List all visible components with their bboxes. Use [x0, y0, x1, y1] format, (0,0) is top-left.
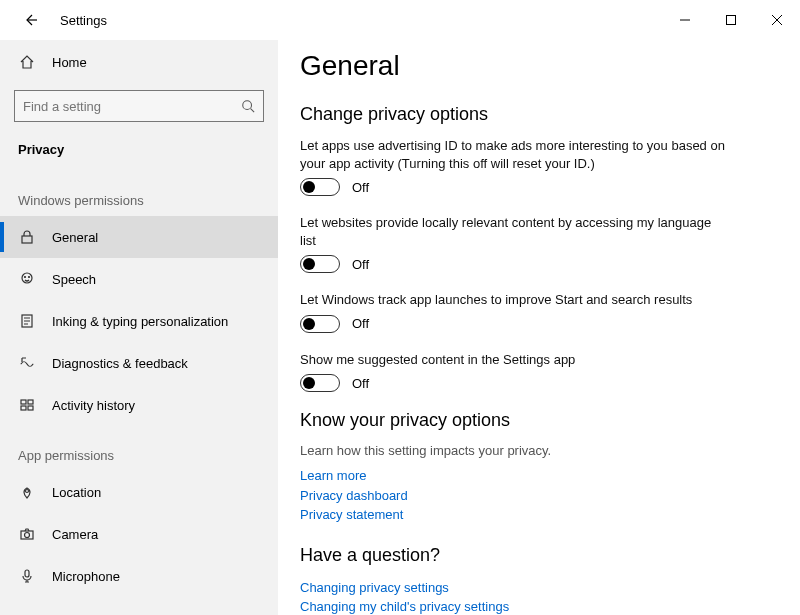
sidebar: Home Privacy Windows permissions General…: [0, 40, 278, 615]
setting-advertising-id: Let apps use advertising ID to make ads …: [300, 137, 778, 196]
nav-item-speech[interactable]: Speech: [0, 258, 278, 300]
nav-label: Activity history: [52, 398, 135, 413]
section-privacy-options: Change privacy options: [300, 104, 778, 125]
question-links: Changing privacy settings Changing my ch…: [300, 578, 778, 615]
nav-item-inking[interactable]: Inking & typing personalization: [0, 300, 278, 342]
svg-point-13: [25, 533, 30, 538]
home-label: Home: [52, 55, 87, 70]
setting-language-list: Let websites provide locally relevant co…: [300, 214, 778, 273]
nav-label: Location: [52, 485, 101, 500]
link-change-privacy[interactable]: Changing privacy settings: [300, 578, 778, 598]
maximize-button[interactable]: [708, 4, 754, 36]
link-learn-more[interactable]: Learn more: [300, 466, 778, 486]
back-button[interactable]: [18, 8, 42, 32]
diagnostics-icon: [18, 354, 36, 372]
nav-label: Camera: [52, 527, 98, 542]
setting-app-launches: Let Windows track app launches to improv…: [300, 291, 778, 333]
svg-rect-10: [28, 406, 33, 410]
main-panel: General Change privacy options Let apps …: [278, 40, 800, 615]
setting-desc: Let Windows track app launches to improv…: [300, 291, 730, 309]
setting-desc: Show me suggested content in the Setting…: [300, 351, 730, 369]
section-heading: Privacy: [0, 128, 278, 171]
nav-label: General: [52, 230, 98, 245]
titlebar: Settings: [0, 0, 800, 40]
search-input[interactable]: [23, 99, 241, 114]
nav-label: Microphone: [52, 569, 120, 584]
page-title: General: [300, 50, 778, 82]
toggle-app-launches[interactable]: [300, 315, 340, 333]
toggle-advertising-id[interactable]: [300, 178, 340, 196]
nav-item-activity[interactable]: Activity history: [0, 384, 278, 426]
nav-item-general[interactable]: General: [0, 216, 278, 258]
svg-rect-14: [25, 570, 29, 577]
window-title: Settings: [60, 13, 107, 28]
toggle-language-list[interactable]: [300, 255, 340, 273]
home-button[interactable]: Home: [0, 44, 278, 80]
home-icon: [18, 53, 36, 71]
svg-point-5: [29, 277, 30, 278]
camera-icon: [18, 525, 36, 543]
speech-icon: [18, 270, 36, 288]
toggle-state: Off: [352, 316, 369, 331]
nav-item-camera[interactable]: Camera: [0, 513, 278, 555]
nav-item-diagnostics[interactable]: Diagnostics & feedback: [0, 342, 278, 384]
activity-icon: [18, 396, 36, 414]
search-icon: [241, 99, 255, 113]
toggle-state: Off: [352, 257, 369, 272]
setting-suggested-content: Show me suggested content in the Setting…: [300, 351, 778, 393]
svg-point-11: [26, 490, 29, 493]
search-box[interactable]: [14, 90, 264, 122]
lock-icon: [18, 228, 36, 246]
microphone-icon: [18, 567, 36, 585]
svg-rect-8: [28, 400, 33, 404]
toggle-suggested-content[interactable]: [300, 374, 340, 392]
svg-point-1: [243, 101, 252, 110]
nav-label: Inking & typing personalization: [52, 314, 228, 329]
link-privacy-dashboard[interactable]: Privacy dashboard: [300, 486, 778, 506]
svg-rect-2: [22, 236, 32, 243]
link-privacy-statement[interactable]: Privacy statement: [300, 505, 778, 525]
minimize-button[interactable]: [662, 4, 708, 36]
location-icon: [18, 483, 36, 501]
link-change-child-privacy[interactable]: Changing my child's privacy settings: [300, 597, 778, 615]
setting-desc: Let websites provide locally relevant co…: [300, 214, 730, 249]
svg-rect-0: [727, 16, 736, 25]
setting-desc: Let apps use advertising ID to make ads …: [300, 137, 730, 172]
group-header-windows: Windows permissions: [0, 171, 278, 216]
nav-label: Diagnostics & feedback: [52, 356, 188, 371]
caption-buttons: [662, 4, 800, 36]
svg-rect-7: [21, 400, 26, 404]
toggle-state: Off: [352, 376, 369, 391]
know-links: Learn more Privacy dashboard Privacy sta…: [300, 466, 778, 525]
toggle-state: Off: [352, 180, 369, 195]
section-know-privacy: Know your privacy options: [300, 410, 778, 431]
nav-label: Speech: [52, 272, 96, 287]
close-button[interactable]: [754, 4, 800, 36]
section-have-question: Have a question?: [300, 545, 778, 566]
svg-point-4: [25, 277, 26, 278]
group-header-app: App permissions: [0, 426, 278, 471]
nav-item-location[interactable]: Location: [0, 471, 278, 513]
know-privacy-subtext: Learn how this setting impacts your priv…: [300, 443, 778, 458]
nav-item-microphone[interactable]: Microphone: [0, 555, 278, 597]
inking-icon: [18, 312, 36, 330]
svg-rect-9: [21, 406, 26, 410]
